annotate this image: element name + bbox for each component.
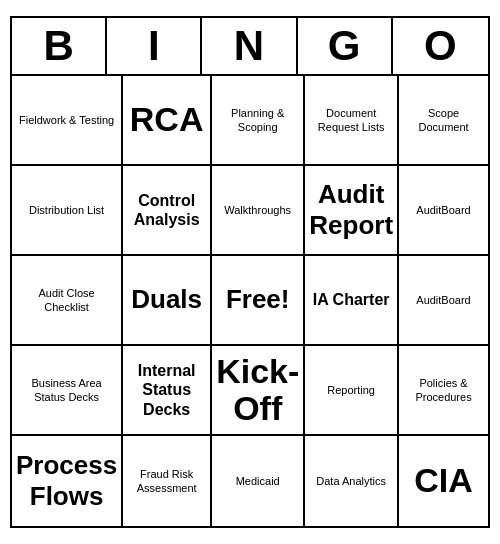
cell-19: Reporting xyxy=(305,346,399,436)
cell-5-text: Scope Document xyxy=(403,106,484,135)
header-i: I xyxy=(107,18,202,74)
cell-1: Fieldwork & Testing xyxy=(12,76,123,166)
cell-25: CIA xyxy=(399,436,488,526)
cell-7-text: Control Analysis xyxy=(127,191,206,229)
header-b: B xyxy=(12,18,107,74)
cell-6: Distribution List xyxy=(12,166,123,256)
cell-16: Business Area Status Decks xyxy=(12,346,123,436)
bingo-header: B I N G O xyxy=(12,18,488,76)
cell-3: Planning & Scoping xyxy=(212,76,305,166)
cell-11: Audit Close Checklist xyxy=(12,256,123,346)
cell-10: AuditBoard xyxy=(399,166,488,256)
cell-21-text: Process Flows xyxy=(16,450,117,512)
cell-4: Document Request Lists xyxy=(305,76,399,166)
cell-13-text: Free! xyxy=(226,284,290,315)
cell-20-text: Policies & Procedures xyxy=(403,376,484,405)
cell-13-free: Free! xyxy=(212,256,305,346)
cell-18: Kick-Off xyxy=(212,346,305,436)
cell-23-text: Medicaid xyxy=(236,474,280,488)
header-n: N xyxy=(202,18,297,74)
cell-17-text: Internal Status Decks xyxy=(127,361,206,419)
cell-1-text: Fieldwork & Testing xyxy=(19,113,114,127)
cell-11-text: Audit Close Checklist xyxy=(16,286,117,315)
cell-12-text: Duals xyxy=(131,284,202,315)
cell-15: AuditBoard xyxy=(399,256,488,346)
header-g: G xyxy=(298,18,393,74)
cell-20: Policies & Procedures xyxy=(399,346,488,436)
cell-3-text: Planning & Scoping xyxy=(216,106,299,135)
cell-22-text: Fraud Risk Assessment xyxy=(127,467,206,496)
cell-18-text: Kick-Off xyxy=(216,353,299,428)
cell-24-text: Data Analytics xyxy=(316,474,386,488)
cell-19-text: Reporting xyxy=(327,383,375,397)
cell-12: Duals xyxy=(123,256,212,346)
bingo-card: B I N G O Fieldwork & Testing RCA Planni… xyxy=(10,16,490,528)
bingo-grid: Fieldwork & Testing RCA Planning & Scopi… xyxy=(12,76,488,526)
cell-24: Data Analytics xyxy=(305,436,399,526)
cell-25-text: CIA xyxy=(414,462,473,499)
cell-14-text: IA Charter xyxy=(313,290,390,309)
cell-16-text: Business Area Status Decks xyxy=(16,376,117,405)
cell-9: Audit Report xyxy=(305,166,399,256)
cell-4-text: Document Request Lists xyxy=(309,106,393,135)
cell-2-text: RCA xyxy=(130,101,204,138)
cell-15-text: AuditBoard xyxy=(416,293,470,307)
cell-8-text: Walkthroughs xyxy=(224,203,291,217)
cell-17: Internal Status Decks xyxy=(123,346,212,436)
cell-23: Medicaid xyxy=(212,436,305,526)
cell-22: Fraud Risk Assessment xyxy=(123,436,212,526)
cell-2: RCA xyxy=(123,76,212,166)
header-o: O xyxy=(393,18,488,74)
cell-10-text: AuditBoard xyxy=(416,203,470,217)
cell-7: Control Analysis xyxy=(123,166,212,256)
cell-8: Walkthroughs xyxy=(212,166,305,256)
cell-6-text: Distribution List xyxy=(29,203,104,217)
cell-5: Scope Document xyxy=(399,76,488,166)
cell-14: IA Charter xyxy=(305,256,399,346)
cell-21: Process Flows xyxy=(12,436,123,526)
cell-9-text: Audit Report xyxy=(309,179,393,241)
